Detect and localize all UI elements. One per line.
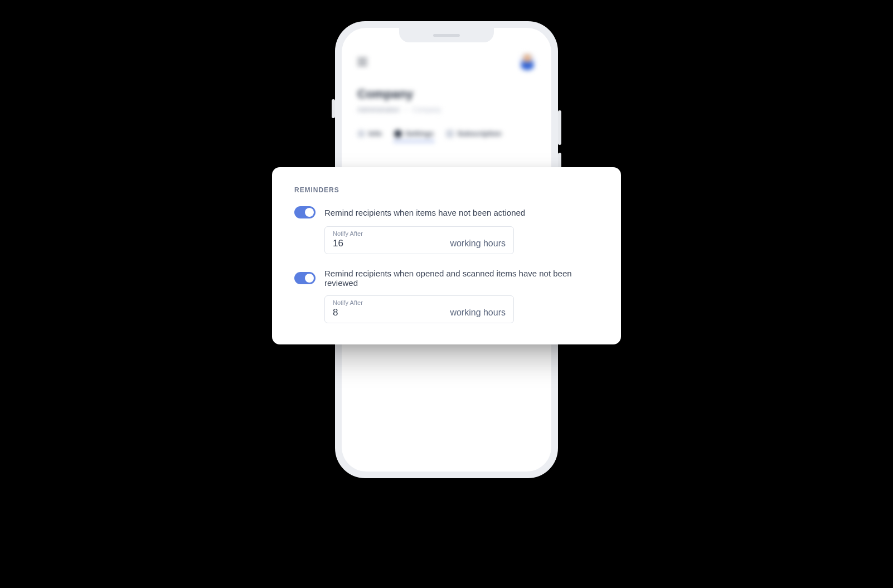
breadcrumb-separator: › <box>405 106 407 114</box>
tab-subscription[interactable]: Subscription <box>446 129 501 138</box>
reminder-label: Remind recipients when items have not be… <box>324 208 525 217</box>
field-label: Notify After <box>333 230 366 237</box>
reminder-label: Remind recipients when opened and scanne… <box>324 269 599 288</box>
breadcrumb-root[interactable]: Administration <box>357 106 400 114</box>
gear-icon <box>394 130 402 138</box>
field-unit: working hours <box>450 239 506 249</box>
field-label: Notify After <box>333 299 366 306</box>
notify-after-input-reviewed[interactable] <box>333 307 366 318</box>
phone-side-button <box>558 110 561 145</box>
reminders-card: REMINDERS Remind recipients when items h… <box>272 167 621 344</box>
tab-settings[interactable]: Settings <box>394 129 434 138</box>
app-topbar <box>357 54 536 70</box>
card-title: REMINDERS <box>294 186 599 194</box>
info-icon <box>357 130 365 138</box>
tabs: Info Settings Subscription <box>357 129 536 138</box>
tab-label: Info <box>368 129 382 138</box>
breadcrumb: Administration › Company <box>357 106 536 114</box>
field-unit: working hours <box>450 308 506 318</box>
menu-icon[interactable] <box>357 58 367 66</box>
notify-after-field-actioned[interactable]: Notify After working hours <box>324 226 514 254</box>
subscription-icon <box>446 130 454 138</box>
page-title: Company <box>357 87 536 101</box>
reminder-row-actioned: Remind recipients when items have not be… <box>294 206 599 218</box>
avatar[interactable] <box>519 54 536 70</box>
notify-after-field-reviewed[interactable]: Notify After working hours <box>324 295 514 323</box>
tab-label: Settings <box>405 129 434 138</box>
reminder-row-reviewed: Remind recipients when opened and scanne… <box>294 269 599 288</box>
toggle-actioned[interactable] <box>294 206 316 218</box>
breadcrumb-current: Company <box>412 106 441 114</box>
notify-after-input-actioned[interactable] <box>333 238 366 249</box>
tab-label: Subscription <box>457 129 501 138</box>
phone-side-button <box>332 99 335 118</box>
toggle-reviewed[interactable] <box>294 272 316 284</box>
tab-info[interactable]: Info <box>357 129 382 138</box>
